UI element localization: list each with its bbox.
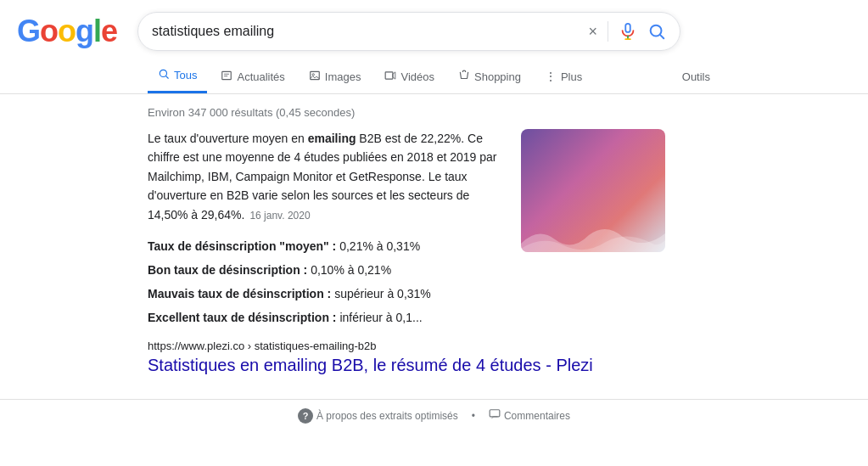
tab-videos-label: Vidéos (400, 70, 434, 83)
snippet-date: 16 janv. 2020 (249, 210, 310, 222)
snippet-text-before: Le taux d'ouverture moyen en (148, 132, 308, 145)
svg-line-4 (660, 35, 664, 38)
stat-row-2: Bon taux de désinscription : 0,10% à 0,2… (148, 258, 504, 282)
logo-l: l (93, 14, 101, 48)
stat-label-2: Bon taux de désinscription : (148, 263, 307, 277)
stat-row-3: Mauvais taux de désinscription : supérie… (148, 282, 504, 306)
stat-value-4: inférieur à 0,1... (337, 311, 423, 324)
tab-actualites-label: Actualités (237, 70, 284, 83)
tab-images-label: Images (325, 70, 361, 83)
tab-shopping[interactable]: Shopping (448, 61, 531, 93)
tab-images[interactable]: Images (299, 61, 372, 93)
stat-value-3: supérieur à 0,31% (331, 287, 431, 300)
svg-rect-12 (386, 71, 394, 78)
tab-shopping-label: Shopping (474, 70, 521, 83)
tab-tous[interactable]: Tous (148, 59, 207, 93)
results-area: Environ 347 000 résultats (0,45 secondes… (0, 94, 868, 392)
stat-row-4: Excellent taux de désinscription : infér… (148, 306, 504, 329)
actualites-icon (221, 70, 232, 84)
stat-label-1: Taux de désinscription "moyen" : (148, 239, 336, 253)
featured-snippet: Le taux d'ouverture moyen en emailing B2… (148, 129, 720, 329)
videos-icon (384, 70, 396, 84)
search-button[interactable] (647, 22, 666, 41)
svg-rect-14 (490, 410, 500, 417)
footer-separator: • (472, 410, 475, 422)
svg-rect-7 (222, 71, 232, 79)
snippet-image (521, 129, 665, 252)
search-bar[interactable]: statistiques emailing × (137, 12, 680, 51)
tab-plus[interactable]: ⋮ Plus (535, 61, 592, 92)
tab-videos[interactable]: Vidéos (374, 61, 445, 93)
stat-value-2: 0,10% à 0,21% (307, 263, 391, 277)
page-footer: ? À propos des extraits optimisés • Comm… (0, 399, 868, 432)
result-url: https://www.plezi.co › statistiques-emai… (148, 340, 720, 352)
results-count: Environ 347 000 résultats (0,45 secondes… (148, 99, 720, 129)
footer-help[interactable]: ? À propos des extraits optimisés (298, 408, 458, 424)
mic-icon[interactable] (619, 22, 637, 41)
stat-value-1: 0,21% à 0,31% (336, 239, 420, 253)
tab-tous-label: Tous (174, 69, 197, 81)
logo-g2: g (76, 14, 93, 48)
clear-icon[interactable]: × (589, 23, 598, 41)
svg-rect-0 (625, 24, 630, 32)
stat-label-4: Excellent taux de désinscription : (148, 311, 337, 324)
snippet-text: Le taux d'ouverture moyen en emailing B2… (148, 129, 504, 329)
nav-tabs: Tous Actualités Images Vidéos Shopping ⋮… (0, 59, 868, 94)
snippet-paragraph: Le taux d'ouverture moyen en emailing B2… (148, 129, 504, 224)
shopping-icon (458, 70, 470, 84)
snippet-stats: Taux de désinscription "moyen" : 0,21% à… (148, 234, 504, 329)
search-icons: × (589, 21, 667, 42)
result-title[interactable]: Statistiques en emailing B2B, le résumé … (148, 356, 593, 374)
header: Google statistiques emailing × (0, 0, 868, 51)
plus-icon: ⋮ (545, 70, 557, 83)
logo-o2: o (58, 14, 76, 48)
svg-line-6 (165, 76, 168, 78)
images-icon (309, 70, 321, 84)
search-input[interactable]: statistiques emailing (152, 24, 588, 39)
tab-outils[interactable]: Outils (672, 62, 720, 92)
logo-g1: G (17, 14, 40, 48)
tab-actualites[interactable]: Actualités (210, 61, 294, 93)
logo-o1: o (40, 14, 58, 48)
tous-icon (158, 68, 170, 82)
svg-point-11 (312, 73, 314, 75)
search-divider (608, 21, 608, 42)
search-bar-wrapper: statistiques emailing × (137, 12, 680, 51)
footer-comments-text: Commentaires (504, 410, 570, 422)
snippet-bold: emailing (308, 132, 356, 145)
logo-e: e (101, 14, 117, 48)
tab-plus-label: Plus (561, 70, 582, 83)
comments-icon (489, 408, 501, 423)
google-logo: Google (17, 14, 117, 49)
footer-comments[interactable]: Commentaires (489, 408, 570, 423)
footer-help-text: À propos des extraits optimisés (316, 410, 458, 422)
tab-outils-label: Outils (682, 70, 710, 83)
stat-label-3: Mauvais taux de désinscription : (148, 287, 331, 300)
stat-row-1: Taux de désinscription "moyen" : 0,21% à… (148, 234, 504, 258)
help-icon: ? (298, 408, 313, 424)
